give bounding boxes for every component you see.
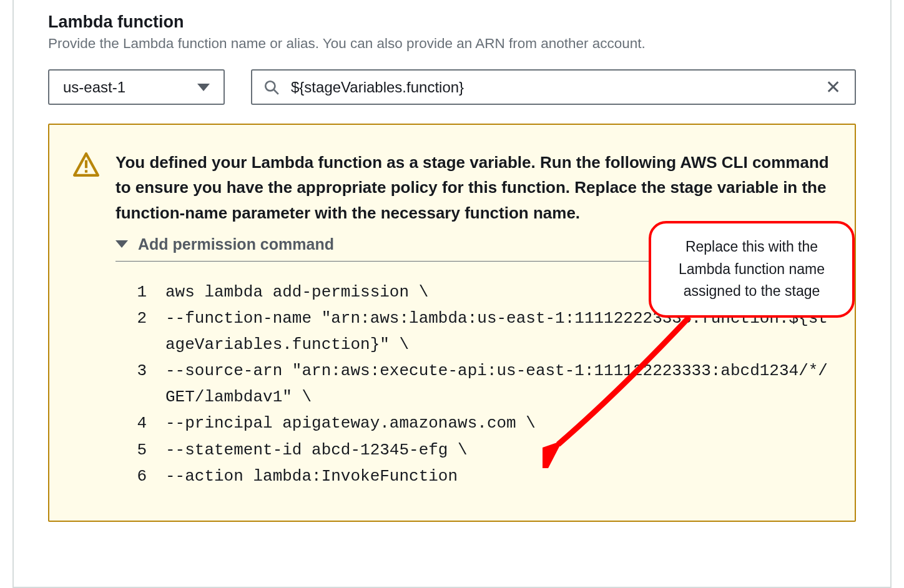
- line-number: 3: [115, 358, 147, 410]
- lambda-search-input[interactable]: [291, 79, 823, 96]
- alert-content: You defined your Lambda function as a st…: [115, 150, 831, 489]
- lambda-function-panel: Lambda function Provide the Lambda funct…: [12, 0, 892, 588]
- expand-label: Add permission command: [138, 235, 334, 253]
- line-number: 4: [115, 410, 147, 436]
- annotation-callout: Replace this with the Lambda function na…: [649, 221, 855, 318]
- code-line: --principal apigateway.amazonaws.com \: [165, 410, 831, 436]
- warning-alert: You defined your Lambda function as a st…: [48, 124, 856, 522]
- warning-icon: [73, 152, 99, 178]
- line-number: 1: [115, 279, 147, 305]
- search-icon: [263, 79, 280, 96]
- chevron-down-icon: [115, 240, 128, 248]
- section-description: Provide the Lambda function name or alia…: [48, 36, 856, 52]
- lambda-search-box[interactable]: ✕: [251, 69, 856, 105]
- svg-rect-3: [85, 160, 87, 169]
- line-number: 6: [115, 463, 147, 489]
- svg-line-1: [274, 89, 278, 94]
- code-line: --statement-id abcd-12345-efg \: [165, 437, 831, 463]
- code-line: --source-arn "arn:aws:execute-api:us-eas…: [165, 358, 831, 410]
- code-line: --action lambda:InvokeFunction: [165, 463, 831, 489]
- alert-heading: You defined your Lambda function as a st…: [115, 150, 831, 225]
- region-dropdown[interactable]: us-east-1: [48, 69, 225, 105]
- svg-rect-4: [85, 170, 87, 172]
- section-title: Lambda function: [48, 12, 856, 32]
- svg-point-0: [265, 81, 275, 91]
- line-number: 5: [115, 437, 147, 463]
- line-number: 2: [115, 305, 147, 358]
- region-value: us-east-1: [63, 79, 125, 96]
- clear-icon[interactable]: ✕: [823, 76, 843, 98]
- controls-row: us-east-1 ✕: [48, 69, 856, 105]
- chevron-down-icon: [197, 84, 210, 91]
